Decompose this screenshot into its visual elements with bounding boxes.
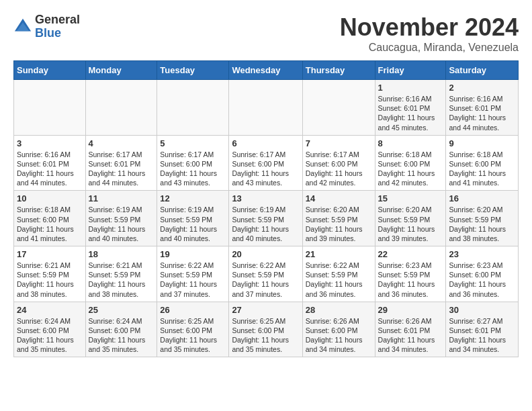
day-info: Daylight: 11 hours and 44 minutes. [17,169,83,187]
month-title: November 2024 [340,13,519,42]
day-info: Sunrise: 6:23 AM [449,261,515,270]
calendar-cell: 12Sunrise: 6:19 AMSunset: 5:59 PMDayligh… [157,191,229,246]
day-info: Sunset: 5:59 PM [160,215,226,224]
day-info: Daylight: 11 hours and 45 minutes. [378,113,443,132]
day-info: Sunset: 6:01 PM [449,103,515,113]
header-row: Sunday Monday Tuesday Wednesday Thursday… [14,61,519,80]
day-info: Sunrise: 6:18 AM [17,205,83,214]
calendar-cell [157,80,229,136]
header-monday: Monday [85,61,157,80]
day-info: Sunset: 5:59 PM [17,270,83,279]
day-info: Sunset: 5:59 PM [89,215,154,224]
day-info: Sunset: 6:00 PM [160,159,226,169]
day-info: Daylight: 11 hours and 36 minutes. [306,279,372,298]
day-number: 22 [378,249,443,259]
day-info: Daylight: 11 hours and 35 minutes. [160,335,226,354]
day-info: Daylight: 11 hours and 42 minutes. [306,169,372,187]
day-info: Sunset: 5:59 PM [232,215,299,224]
day-info: Sunrise: 6:22 AM [160,261,226,270]
day-info: Daylight: 11 hours and 40 minutes. [160,224,226,243]
day-number: 9 [449,138,515,148]
calendar-week-3: 10Sunrise: 6:18 AMSunset: 6:00 PMDayligh… [14,191,519,246]
day-info: Sunset: 6:00 PM [306,326,372,335]
calendar-cell: 13Sunrise: 6:19 AMSunset: 5:59 PMDayligh… [229,191,302,246]
day-info: Sunrise: 6:20 AM [378,205,443,214]
day-info: Sunrise: 6:16 AM [17,150,83,159]
day-number: 16 [449,193,515,203]
calendar-cell: 4Sunrise: 6:17 AMSunset: 6:01 PMDaylight… [85,135,157,191]
calendar-cell: 15Sunrise: 6:20 AMSunset: 5:59 PMDayligh… [375,191,446,246]
calendar-cell: 17Sunrise: 6:21 AMSunset: 5:59 PMDayligh… [14,246,86,302]
day-info: Daylight: 11 hours and 41 minutes. [17,224,83,243]
calendar-week-4: 17Sunrise: 6:21 AMSunset: 5:59 PMDayligh… [14,246,519,302]
day-info: Sunset: 6:00 PM [378,159,443,169]
calendar-cell: 1Sunrise: 6:16 AMSunset: 6:01 PMDaylight… [375,80,446,136]
day-info: Sunset: 6:00 PM [160,326,226,335]
day-number: 17 [17,249,83,259]
day-info: Sunset: 5:59 PM [306,270,372,279]
day-info: Daylight: 11 hours and 41 minutes. [449,169,515,187]
day-info: Daylight: 11 hours and 35 minutes. [232,335,299,354]
day-info: Sunrise: 6:17 AM [232,150,299,159]
calendar-cell: 30Sunrise: 6:27 AMSunset: 6:01 PMDayligh… [446,302,519,357]
day-info: Sunrise: 6:19 AM [160,205,226,214]
day-number: 19 [160,249,226,259]
day-number: 29 [378,305,443,315]
day-info: Daylight: 11 hours and 36 minutes. [449,279,515,298]
calendar-table: Sunday Monday Tuesday Wednesday Thursday… [13,60,519,357]
day-info: Daylight: 11 hours and 38 minutes. [89,279,154,298]
calendar-cell: 25Sunrise: 6:24 AMSunset: 6:00 PMDayligh… [85,302,157,357]
day-info: Sunset: 5:59 PM [160,270,226,279]
day-info: Daylight: 11 hours and 34 minutes. [449,335,515,354]
calendar-cell: 7Sunrise: 6:17 AMSunset: 6:00 PMDaylight… [302,135,375,191]
day-info: Daylight: 11 hours and 40 minutes. [232,224,299,243]
calendar-cell: 16Sunrise: 6:20 AMSunset: 5:59 PMDayligh… [446,191,519,246]
day-number: 8 [378,138,443,148]
day-info: Sunrise: 6:19 AM [89,205,154,214]
day-info: Sunrise: 6:27 AM [449,316,515,326]
day-info: Daylight: 11 hours and 44 minutes. [449,113,515,132]
location: Caucagua, Miranda, Venezuela [340,42,519,54]
day-info: Daylight: 11 hours and 37 minutes. [160,279,226,298]
header-thursday: Thursday [302,61,375,80]
calendar-cell: 2Sunrise: 6:16 AMSunset: 6:01 PMDaylight… [446,80,519,136]
day-info: Sunrise: 6:18 AM [449,150,515,159]
day-info: Daylight: 11 hours and 34 minutes. [378,335,443,354]
calendar-cell: 9Sunrise: 6:18 AMSunset: 6:00 PMDaylight… [446,135,519,191]
day-info: Daylight: 11 hours and 36 minutes. [378,279,443,298]
header-sunday: Sunday [14,61,86,80]
day-info: Sunrise: 6:19 AM [232,205,299,214]
calendar-cell: 21Sunrise: 6:22 AMSunset: 5:59 PMDayligh… [302,246,375,302]
day-info: Sunset: 5:59 PM [306,215,372,224]
day-number: 30 [449,305,515,315]
logo-blue-text: Blue [35,27,80,40]
day-info: Sunrise: 6:26 AM [306,316,372,326]
day-info: Sunset: 6:00 PM [89,326,154,335]
day-info: Sunrise: 6:16 AM [378,94,443,103]
day-info: Sunset: 5:59 PM [89,270,154,279]
day-info: Daylight: 11 hours and 35 minutes. [89,335,154,354]
day-info: Sunset: 6:01 PM [378,326,443,335]
day-info: Sunrise: 6:17 AM [89,150,154,159]
day-info: Sunrise: 6:20 AM [449,205,515,214]
day-info: Sunrise: 6:17 AM [306,150,372,159]
day-info: Daylight: 11 hours and 35 minutes. [17,335,83,354]
day-number: 7 [306,138,372,148]
logo-text: General Blue [35,13,80,40]
day-info: Sunset: 6:00 PM [17,215,83,224]
day-info: Daylight: 11 hours and 39 minutes. [378,224,443,243]
calendar-cell: 6Sunrise: 6:17 AMSunset: 6:00 PMDaylight… [229,135,302,191]
day-info: Daylight: 11 hours and 34 minutes. [306,335,372,354]
calendar-cell: 28Sunrise: 6:26 AMSunset: 6:00 PMDayligh… [302,302,375,357]
calendar-week-1: 1Sunrise: 6:16 AMSunset: 6:01 PMDaylight… [14,80,519,136]
day-info: Sunrise: 6:22 AM [232,261,299,270]
title-block: November 2024 Caucagua, Miranda, Venezue… [340,13,519,54]
day-info: Sunset: 5:59 PM [378,270,443,279]
day-number: 1 [378,83,443,93]
day-info: Sunrise: 6:24 AM [89,316,154,326]
day-info: Sunrise: 6:20 AM [306,205,372,214]
day-number: 20 [232,249,299,259]
day-info: Sunset: 6:01 PM [378,103,443,113]
day-info: Sunrise: 6:16 AM [449,94,515,103]
day-info: Sunrise: 6:23 AM [378,261,443,270]
